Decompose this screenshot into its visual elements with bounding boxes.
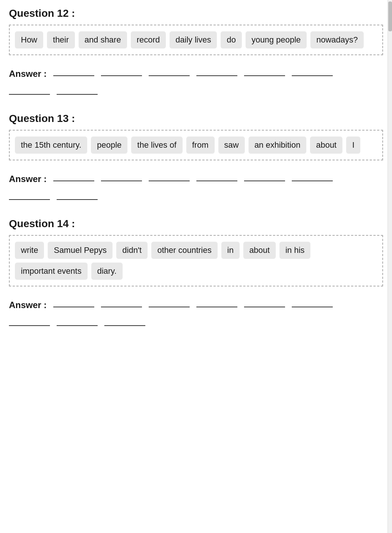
word-chip[interactable]: nowadays?	[310, 31, 364, 48]
answer-blank[interactable]	[9, 84, 50, 95]
question-12-block: Question 12 : How their and share record…	[9, 7, 383, 98]
word-chip[interactable]: the 15th century.	[15, 137, 87, 154]
answer-blank[interactable]	[101, 170, 142, 181]
word-chip[interactable]: other countries	[151, 242, 218, 259]
answer-blank[interactable]	[244, 65, 285, 76]
word-chip[interactable]: about	[310, 137, 342, 154]
word-chip[interactable]: an exhibition	[249, 137, 307, 154]
answer-blank[interactable]	[244, 170, 285, 181]
answer-blank[interactable]	[196, 65, 237, 76]
answer-blank[interactable]	[104, 315, 145, 326]
word-chip[interactable]: in his	[279, 242, 310, 259]
word-chip[interactable]: didn't	[116, 242, 148, 259]
answer-row-2	[9, 81, 383, 98]
answer-row-2	[9, 186, 383, 203]
word-chip[interactable]: from	[186, 137, 215, 154]
word-chip[interactable]: about	[243, 242, 276, 259]
word-chip[interactable]: diary.	[91, 263, 123, 280]
answer-blank[interactable]	[244, 296, 285, 307]
answer-blank[interactable]	[53, 65, 94, 76]
answer-label: Answer :	[9, 69, 47, 79]
question-12-answer: Answer :	[9, 62, 383, 98]
answer-row-2	[9, 312, 383, 329]
answer-blank[interactable]	[57, 315, 98, 326]
answer-blank[interactable]	[9, 189, 50, 200]
question-14-word-bank: write Samuel Pepys didn't other countrie…	[9, 235, 383, 286]
answer-label: Answer :	[9, 174, 47, 184]
answer-label: Answer :	[9, 300, 47, 310]
question-13-block: Question 13 : the 15th century. people t…	[9, 113, 383, 203]
word-chip[interactable]: young people	[246, 31, 307, 48]
answer-row-1: Answer :	[9, 293, 383, 310]
question-14-block: Question 14 : write Samuel Pepys didn't …	[9, 218, 383, 329]
answer-blank[interactable]	[292, 170, 333, 181]
answer-blank[interactable]	[196, 170, 237, 181]
question-12-word-bank: How their and share record daily lives d…	[9, 25, 383, 55]
answer-blank[interactable]	[9, 315, 50, 326]
word-chip[interactable]: the lives of	[131, 137, 182, 154]
page-content: Question 12 : How their and share record…	[9, 7, 383, 329]
word-chip[interactable]: important events	[15, 263, 88, 280]
question-14-title: Question 14 :	[9, 218, 383, 230]
answer-blank[interactable]	[57, 84, 98, 95]
word-chip[interactable]: record	[131, 31, 166, 48]
word-chip[interactable]: people	[91, 137, 127, 154]
answer-blank[interactable]	[149, 170, 190, 181]
question-12-title: Question 12 :	[9, 7, 383, 19]
question-13-word-bank: the 15th century. people the lives of fr…	[9, 130, 383, 160]
word-chip[interactable]: in	[221, 242, 240, 259]
word-chip[interactable]: and share	[79, 31, 127, 48]
scrollbar-thumb[interactable]	[388, 1, 392, 31]
word-chip[interactable]: saw	[218, 137, 245, 154]
answer-blank[interactable]	[53, 296, 94, 307]
answer-blank[interactable]	[101, 296, 142, 307]
word-chip[interactable]: do	[221, 31, 241, 48]
word-chip[interactable]: their	[47, 31, 75, 48]
answer-blank[interactable]	[292, 65, 333, 76]
question-14-answer: Answer :	[9, 293, 383, 329]
answer-blank[interactable]	[101, 65, 142, 76]
question-13-answer: Answer :	[9, 167, 383, 203]
word-chip[interactable]: write	[15, 242, 44, 259]
answer-blank[interactable]	[149, 296, 190, 307]
word-chip[interactable]: Samuel Pepys	[48, 242, 113, 259]
answer-blank[interactable]	[149, 65, 190, 76]
answer-blank[interactable]	[57, 189, 98, 200]
answer-blank[interactable]	[196, 296, 237, 307]
question-13-title: Question 13 :	[9, 113, 383, 125]
scrollbar[interactable]	[388, 0, 392, 533]
word-chip[interactable]: daily lives	[170, 31, 217, 48]
answer-blank[interactable]	[53, 170, 94, 181]
answer-blank[interactable]	[292, 296, 333, 307]
answer-row-1: Answer :	[9, 167, 383, 184]
answer-row-1: Answer :	[9, 62, 383, 79]
word-chip[interactable]: How	[15, 31, 43, 48]
word-chip[interactable]: I	[346, 137, 360, 154]
